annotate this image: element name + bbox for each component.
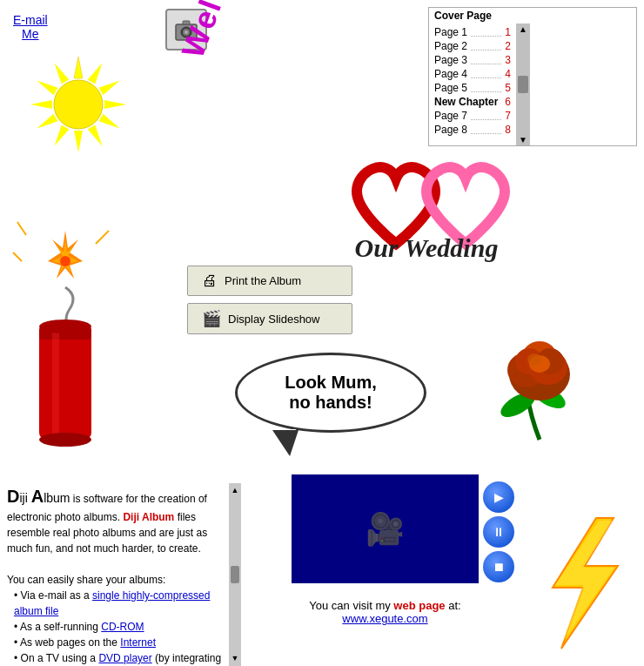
toc-item-page7[interactable]: Page 7 7 <box>434 109 511 123</box>
left-scroll-down[interactable]: ▼ <box>231 653 239 665</box>
list-item-cdrom: As a self-running CD-ROM <box>14 619 225 635</box>
brand-d: D <box>7 487 19 506</box>
svg-marker-11 <box>88 124 106 148</box>
speech-line1: Look Mum, <box>285 373 377 392</box>
webpage-text2: at: <box>448 599 460 612</box>
svg-marker-8 <box>98 77 122 95</box>
svg-rect-26 <box>39 326 91 440</box>
brand-a: A <box>31 487 44 506</box>
lightning-graphic <box>531 514 635 653</box>
left-panel-scrollbar[interactable]: ▲ ▼ <box>229 483 241 666</box>
list-item-web: As web pages on the Internet <box>14 635 225 650</box>
speech-bubble: Look Mum, no hands! <box>235 353 426 433</box>
rose-graphic <box>479 305 600 453</box>
svg-point-18 <box>54 80 103 129</box>
svg-line-24 <box>96 231 109 244</box>
left-scroll-up[interactable]: ▲ <box>231 485 239 497</box>
toc-item-page2[interactable]: Page 2 2 <box>434 39 511 53</box>
url-link[interactable]: www.xegute.com <box>342 612 427 625</box>
svg-text:Our Wedding: Our Wedding <box>355 233 499 262</box>
left-scroll-content[interactable]: Diji Album is software for the creation … <box>7 483 229 666</box>
print-button[interactable]: 🖨 Print the Album <box>187 266 352 296</box>
video-icon: 🎥 <box>366 511 405 548</box>
svg-point-40 <box>527 353 541 366</box>
media-controls: ▶ ⏸ ⏹ <box>483 481 514 582</box>
svg-marker-13 <box>50 124 69 148</box>
email-line2: Me <box>22 27 38 41</box>
toc-item-new-chapter[interactable]: New Chapter 6 <box>434 95 511 109</box>
sun-graphic <box>26 52 131 157</box>
pause-button[interactable]: ⏸ <box>483 516 514 548</box>
slideshow-label: Display Slideshow <box>228 313 320 326</box>
svg-line-23 <box>17 222 26 235</box>
svg-point-22 <box>60 256 70 266</box>
svg-marker-16 <box>35 77 58 95</box>
share-list: Via e-mail as a single highly-compressed… <box>7 588 225 666</box>
speech-line2: no hands! <box>289 393 372 412</box>
list-item-email: Via e-mail as a single highly-compressed… <box>14 588 225 619</box>
svg-marker-6 <box>74 57 83 78</box>
svg-marker-15 <box>30 100 52 109</box>
stop-button[interactable]: ⏹ <box>483 551 514 582</box>
svg-point-30 <box>39 320 91 333</box>
svg-marker-10 <box>98 114 122 132</box>
toc-scrollbar[interactable]: ▲ ▼ <box>516 24 530 145</box>
dynamite-graphic <box>9 192 122 453</box>
left-scroll-thumb[interactable] <box>231 566 239 583</box>
toc-title: Cover Page <box>429 8 636 24</box>
web-page-link[interactable]: web page <box>393 599 445 612</box>
toc-item-page3[interactable]: Page 3 3 <box>434 53 511 67</box>
toc-item-page1[interactable]: Page 1 1 <box>434 25 511 39</box>
play-button[interactable]: ▶ <box>483 481 514 513</box>
svg-point-29 <box>39 433 91 447</box>
svg-line-25 <box>13 252 22 261</box>
email-line1: E-mail <box>13 13 48 27</box>
video-player: 🎥 <box>292 474 479 583</box>
svg-marker-9 <box>104 100 126 109</box>
svg-marker-12 <box>74 131 83 152</box>
webpage-link-area: You can visit my web page at: www.xegute… <box>292 599 479 625</box>
share-text: You can easily share your albums: <box>7 572 225 588</box>
slideshow-icon: 🎬 <box>202 309 221 328</box>
email-link[interactable]: E-mail Me <box>13 13 48 41</box>
print-label: Print the Album <box>225 274 301 287</box>
scroll-up-arrow[interactable]: ▲ <box>519 24 527 34</box>
print-icon: 🖨 <box>202 272 218 290</box>
scroll-thumb[interactable] <box>518 76 528 93</box>
toc-item-page4[interactable]: Page 4 4 <box>434 67 511 81</box>
svg-marker-17 <box>50 61 69 84</box>
hearts-graphic: Our Wedding <box>339 135 609 292</box>
svg-marker-14 <box>35 114 58 132</box>
svg-marker-7 <box>88 61 106 84</box>
welcome-heading: Welcome to My Album <box>175 0 334 63</box>
toc-item-page5[interactable]: Page 5 5 <box>434 81 511 95</box>
list-item-dvd: On a TV using a DVD player (by integrati… <box>14 650 225 666</box>
table-of-contents: Cover Page Page 1 1 Page 2 2 Page 3 3 Pa… <box>428 7 637 146</box>
webpage-text: You can visit my <box>309 599 390 612</box>
slideshow-button[interactable]: 🎬 Display Slideshow <box>187 303 352 334</box>
svg-rect-28 <box>52 331 59 435</box>
left-text-panel: Diji Album is software for the creation … <box>7 483 255 666</box>
action-buttons: 🖨 Print the Album 🎬 Display Slideshow <box>187 266 352 334</box>
toc-scroll[interactable]: Page 1 1 Page 2 2 Page 3 3 Page 4 4 Page… <box>429 24 516 145</box>
